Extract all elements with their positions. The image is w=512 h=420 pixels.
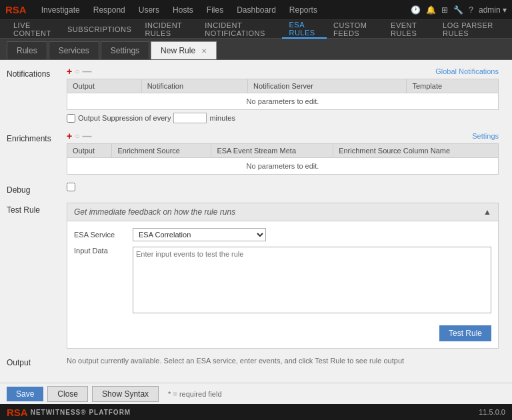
test-rule-panel: Get immediate feedback on how the rule r… bbox=[67, 203, 499, 349]
tab-settings[interactable]: Settings bbox=[101, 41, 149, 59]
footer: RSA NETWITNESS® PLATFORM 11.5.0.0 bbox=[0, 404, 512, 420]
tab-services[interactable]: Services bbox=[49, 41, 99, 59]
clock-icon[interactable]: 🕐 bbox=[411, 5, 421, 15]
debug-section: Debug bbox=[7, 183, 512, 195]
enrichments-circle-icon: ○ bbox=[75, 131, 79, 141]
nav-investigate[interactable]: Investigate bbox=[35, 0, 87, 20]
debug-content bbox=[67, 183, 499, 195]
enrichments-toolbar: + ○ — Settings bbox=[67, 131, 499, 141]
notifications-content: + ○ — Global Notifications Output Notifi… bbox=[67, 67, 499, 123]
notifications-section: Notifications + ○ — Global Notifications… bbox=[7, 67, 512, 123]
tab-close-icon[interactable]: ✕ bbox=[201, 47, 207, 55]
enrichments-section: Enrichments + ○ — Settings Output Enrich… bbox=[7, 131, 512, 175]
nav-dashboard[interactable]: Dashboard bbox=[230, 0, 283, 20]
notifications-circle-icon: ○ bbox=[75, 67, 79, 76]
output-suppression-label: Output Suppression of every bbox=[78, 114, 171, 122]
logo: RSA bbox=[5, 4, 27, 15]
notifications-label: Notifications bbox=[7, 67, 67, 123]
minutes-input[interactable] bbox=[173, 113, 207, 123]
sec-nav-event-rules[interactable]: EVENT RULES bbox=[384, 20, 436, 39]
secondary-nav: LIVE CONTENT SUBSCRIPTIONS INCIDENT RULE… bbox=[0, 20, 512, 39]
input-data-textarea[interactable] bbox=[133, 247, 491, 313]
enrichments-col-output: Output bbox=[67, 144, 112, 158]
bottom-bar: Save Close Show Syntax * = required fiel… bbox=[0, 383, 512, 404]
notifications-no-params: No parameters to edit. bbox=[67, 93, 499, 110]
debug-label: Debug bbox=[7, 183, 67, 195]
test-rule-button-row: Test Rule bbox=[74, 319, 491, 341]
help-icon[interactable]: ? bbox=[469, 5, 473, 15]
bell-icon[interactable]: 🔔 bbox=[426, 5, 436, 15]
close-button[interactable]: Close bbox=[47, 386, 88, 402]
tab-rules[interactable]: Rules bbox=[7, 41, 47, 59]
notifications-col-server: Notification Server bbox=[247, 79, 406, 93]
sec-nav-log-parser-rules[interactable]: LOG PARSER RULES bbox=[436, 20, 505, 39]
tab-new-rule[interactable]: New Rule ✕ bbox=[151, 41, 217, 59]
footer-rsa-text: RSA bbox=[7, 407, 28, 418]
footer-logo: RSA NETWITNESS® PLATFORM bbox=[7, 407, 131, 418]
input-data-row: Input Data bbox=[74, 247, 491, 313]
sec-nav-incident-rules[interactable]: INCIDENT RULES bbox=[138, 20, 198, 39]
esa-service-select[interactable]: ESA Correlation bbox=[133, 228, 266, 241]
footer-version: 11.5.0.0 bbox=[479, 408, 505, 416]
enrichments-add-button[interactable]: + bbox=[67, 131, 72, 141]
required-note: * = required field bbox=[168, 390, 221, 398]
debug-checkbox[interactable] bbox=[67, 183, 75, 191]
nav-respond[interactable]: Respond bbox=[87, 0, 132, 20]
enrichments-settings-link[interactable]: Settings bbox=[472, 132, 499, 140]
nav-right: 🕐 🔔 ⊞ 🔧 ? admin ▾ bbox=[411, 5, 507, 15]
admin-menu[interactable]: admin ▾ bbox=[479, 5, 507, 15]
sec-nav-custom-feeds[interactable]: CUSTOM FEEDS bbox=[327, 20, 384, 39]
show-syntax-button[interactable]: Show Syntax bbox=[92, 386, 159, 402]
tab-bar: Rules Services Settings New Rule ✕ bbox=[0, 39, 512, 60]
enrichments-empty-row: No parameters to edit. bbox=[67, 158, 499, 175]
enrichments-remove-button[interactable]: — bbox=[82, 131, 91, 141]
nav-reports[interactable]: Reports bbox=[283, 0, 324, 20]
nav-users[interactable]: Users bbox=[132, 0, 166, 20]
top-nav: RSA Investigate Respond Users Hosts File… bbox=[0, 0, 512, 20]
global-notifications-link[interactable]: Global Notifications bbox=[435, 67, 499, 75]
enrichments-content: + ○ — Settings Output Enrichment Source … bbox=[67, 131, 499, 175]
esa-service-row: ESA Service ESA Correlation bbox=[74, 228, 491, 241]
notifications-add-button[interactable]: + bbox=[67, 67, 72, 76]
test-rule-content: Get immediate feedback on how the rule r… bbox=[67, 203, 499, 349]
nav-files[interactable]: Files bbox=[200, 0, 230, 20]
esa-service-label: ESA Service bbox=[74, 231, 127, 239]
notifications-toolbar: + ○ — Global Notifications bbox=[67, 67, 499, 76]
grid-icon[interactable]: ⊞ bbox=[441, 5, 448, 15]
test-rule-button[interactable]: Test Rule bbox=[439, 325, 491, 341]
nav-hosts[interactable]: Hosts bbox=[166, 0, 200, 20]
enrichments-table: Output Enrichment Source ESA Event Strea… bbox=[67, 143, 499, 175]
enrichments-col-column-name: Enrichment Source Column Name bbox=[333, 144, 499, 158]
footer-platform-text: NETWITNESS® PLATFORM bbox=[31, 409, 131, 416]
output-text: No output currently available. Select an… bbox=[67, 357, 499, 367]
main-content: Notifications + ○ — Global Notifications… bbox=[0, 60, 512, 383]
output-suppression-checkbox[interactable] bbox=[67, 114, 75, 123]
sec-nav-subscriptions[interactable]: SUBSCRIPTIONS bbox=[61, 20, 138, 39]
enrichments-col-stream-meta: ESA Event Stream Meta bbox=[211, 144, 333, 158]
output-section: Output No output currently available. Se… bbox=[7, 357, 512, 367]
enrichments-label: Enrichments bbox=[7, 131, 67, 175]
test-rule-section-label: Test Rule bbox=[7, 203, 67, 349]
save-button[interactable]: Save bbox=[7, 387, 43, 401]
output-suppression-row: Output Suppression of every minutes bbox=[67, 113, 499, 123]
notifications-table: Output Notification Notification Server … bbox=[67, 79, 499, 110]
rsa-logo-text: RSA bbox=[5, 4, 27, 15]
test-rule-header-text: Get immediate feedback on how the rule r… bbox=[74, 207, 235, 217]
notifications-col-template: Template bbox=[407, 79, 499, 93]
test-rule-section: Test Rule Get immediate feedback on how … bbox=[7, 203, 512, 349]
sec-nav-live-content[interactable]: LIVE CONTENT bbox=[7, 20, 61, 39]
notifications-empty-row: No parameters to edit. bbox=[67, 93, 499, 110]
notifications-col-output: Output bbox=[67, 79, 142, 93]
output-label: Output bbox=[7, 357, 67, 367]
wrench-icon[interactable]: 🔧 bbox=[453, 5, 463, 15]
notifications-remove-button[interactable]: — bbox=[82, 67, 91, 76]
test-rule-header[interactable]: Get immediate feedback on how the rule r… bbox=[67, 203, 498, 221]
enrichments-no-params: No parameters to edit. bbox=[67, 158, 499, 175]
test-rule-body: ESA Service ESA Correlation Input Data T… bbox=[67, 221, 498, 348]
sec-nav-esa-rules[interactable]: ESA RULES bbox=[282, 20, 327, 39]
minutes-label: minutes bbox=[209, 114, 235, 122]
collapse-icon[interactable]: ▲ bbox=[483, 207, 491, 217]
input-data-label: Input Data bbox=[74, 247, 127, 255]
sec-nav-incident-notifications[interactable]: INCIDENT NOTIFICATIONS bbox=[198, 20, 282, 39]
notifications-col-notification: Notification bbox=[141, 79, 247, 93]
